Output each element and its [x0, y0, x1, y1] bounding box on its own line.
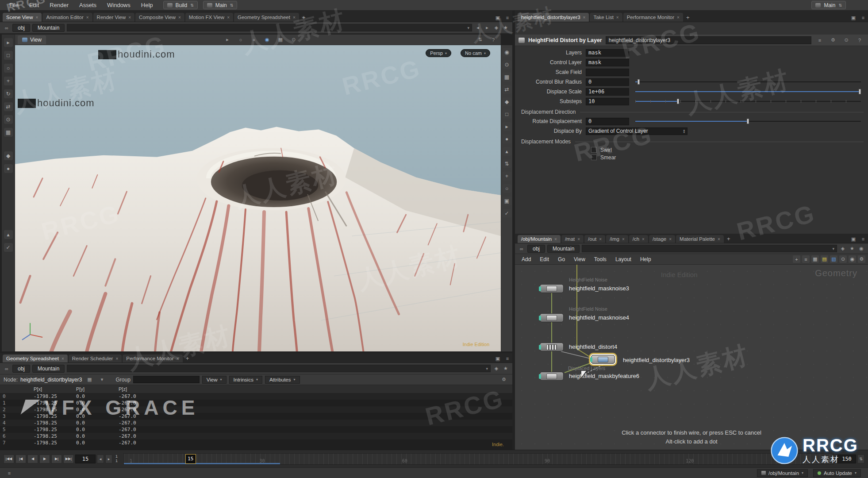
message-log-icon[interactable]: ≡: [5, 469, 13, 477]
close-icon[interactable]: ×: [616, 15, 619, 20]
section-displacement-direction[interactable]: Displacement Direction: [515, 108, 868, 116]
pane-maximize-icon[interactable]: ▣: [494, 355, 502, 362]
table-row[interactable]: 7-1798.250.0-267.0: [0, 439, 512, 446]
pane-menu-icon[interactable]: ≡: [503, 14, 511, 22]
table-row[interactable]: 4-1798.250.0-267.0: [0, 420, 512, 426]
key-tool-icon[interactable]: ●: [4, 164, 13, 173]
frame-dec-button[interactable]: ◂: [97, 455, 104, 463]
sliders-icon[interactable]: ≡: [816, 36, 824, 44]
tab-node-params[interactable]: heightfield_distortbylayer3×: [518, 13, 589, 22]
node-input-flag[interactable]: [539, 316, 541, 320]
control-blur-radius-slider[interactable]: [635, 78, 861, 85]
node-heightfield-masknoise4[interactable]: [540, 313, 564, 322]
wireframe-icon[interactable]: □: [503, 110, 511, 119]
shade-mode-icon[interactable]: ◆: [503, 97, 511, 106]
path-history-field[interactable]: ▾: [67, 365, 491, 372]
help-icon[interactable]: ?: [489, 36, 497, 44]
net-menu-layout[interactable]: Layout: [611, 255, 635, 263]
network-prefs-icon[interactable]: ⚙: [858, 255, 865, 263]
menu-file[interactable]: File: [4, 1, 23, 9]
network-canvas[interactable]: Geometry Indie Edition HeightField Noise…: [515, 265, 868, 450]
close-icon[interactable]: ×: [61, 356, 64, 361]
color-palette-icon[interactable]: ▧: [830, 255, 837, 263]
tab-motion-fx-view[interactable]: Motion FX View×: [185, 13, 233, 22]
net-menu-edit[interactable]: Edit: [536, 255, 553, 263]
frame-inc-button[interactable]: ▸: [105, 455, 112, 463]
pane-menu-icon[interactable]: ≡: [859, 235, 867, 243]
select-mode-icon[interactable]: ▸: [223, 36, 231, 44]
net-menu-add[interactable]: Add: [518, 255, 535, 263]
range-start-fields[interactable]: 11: [114, 455, 119, 463]
close-icon[interactable]: ×: [86, 15, 89, 20]
column-py[interactable]: P[y]: [73, 386, 116, 392]
help-icon[interactable]: ?: [856, 36, 864, 44]
bookmark-icon[interactable]: ★: [502, 24, 509, 31]
rotate-displacement-field[interactable]: 0: [586, 118, 629, 125]
close-icon[interactable]: ×: [178, 15, 181, 20]
pane-scroll-icon[interactable]: ⇅: [476, 36, 484, 44]
snapshot-icon[interactable]: ◉: [858, 245, 865, 252]
camera-dropdown[interactable]: No cam ▾: [461, 49, 490, 57]
find-node-icon[interactable]: ⊙: [839, 255, 847, 263]
path-node-chip[interactable]: Mountain: [32, 24, 65, 32]
substeps-field[interactable]: 10: [586, 98, 629, 105]
tab-scene-view[interactable]: Scene View×: [3, 13, 42, 22]
close-icon[interactable]: ×: [554, 237, 557, 242]
close-icon[interactable]: ×: [227, 15, 230, 20]
net-menu-tools[interactable]: Tools: [590, 255, 611, 263]
displace-by-dropdown[interactable]: Gradient of Control Layer ▴▾: [586, 127, 687, 135]
scene-viewport[interactable]: houdini.com houdini.com Persp ▾ No cam ▾…: [15, 45, 501, 351]
node-input-flag[interactable]: [590, 357, 592, 362]
tab-composite-view[interactable]: Composite View×: [135, 13, 184, 22]
camera-lock-icon[interactable]: ⊙: [503, 60, 511, 69]
pin-icon[interactable]: ◈: [839, 245, 846, 252]
add-node-icon[interactable]: +: [793, 255, 800, 263]
tab-geometry-spreadsheet[interactable]: Geometry Spreadsheet×: [234, 13, 299, 22]
normals-icon[interactable]: ▸: [503, 122, 511, 131]
tab-animation-editor[interactable]: Animation Editor×: [42, 13, 92, 22]
pose-tool-icon[interactable]: ◆: [4, 151, 13, 160]
pin-node-icon[interactable]: ▦: [85, 376, 93, 384]
view-layout-icon[interactable]: ◉: [503, 48, 511, 57]
pin-icon[interactable]: ◈: [493, 24, 500, 31]
secure-selection-icon[interactable]: ◉: [263, 36, 271, 44]
path-root-chip[interactable]: obj: [12, 365, 30, 373]
close-icon[interactable]: ×: [718, 237, 720, 242]
menu-windows[interactable]: Windows: [102, 1, 135, 9]
spreadsheet-node-name[interactable]: heightfield_distortbylayer3: [20, 377, 82, 383]
snap-tool-icon[interactable]: ▦: [4, 128, 13, 137]
tab-performance-monitor[interactable]: Performance Monitor×: [123, 355, 182, 362]
tab-render-view[interactable]: Render View×: [93, 13, 134, 22]
net-menu-go[interactable]: Go: [554, 255, 569, 263]
control-layer-field[interactable]: mask: [586, 59, 629, 66]
control-blur-radius-field[interactable]: 0: [586, 78, 629, 86]
view-tab[interactable]: View: [18, 35, 46, 44]
lasso-tool-icon[interactable]: ○: [4, 64, 13, 73]
menu-assets[interactable]: Assets: [74, 1, 101, 9]
close-icon[interactable]: ×: [115, 356, 118, 361]
range-stepper-icon[interactable]: ⇅: [857, 455, 864, 463]
close-icon[interactable]: ×: [36, 15, 38, 20]
node-label[interactable]: heightfield_masknoise3: [569, 285, 629, 292]
desktop-dropdown[interactable]: Main ⇅: [203, 1, 238, 9]
path-node-chip[interactable]: Mountain: [32, 365, 65, 373]
section-displacement-modes[interactable]: Displacement Modes: [515, 137, 868, 146]
mirror-icon[interactable]: ⇄: [503, 85, 511, 94]
close-icon[interactable]: ×: [583, 15, 586, 20]
displace-scale-field[interactable]: 1e+06: [586, 88, 629, 96]
close-icon[interactable]: ×: [622, 237, 625, 242]
search-icon[interactable]: ⊙: [842, 36, 850, 44]
next-frame-button[interactable]: ▶|: [51, 455, 62, 463]
add-mode-icon[interactable]: +: [250, 36, 258, 44]
intrinsics-dropdown[interactable]: Intrinsics ▾: [229, 376, 262, 384]
close-icon[interactable]: ×: [677, 15, 680, 20]
net-menu-view[interactable]: View: [570, 255, 589, 263]
path-root-chip[interactable]: obj: [527, 245, 545, 253]
column-px[interactable]: P[x]: [31, 386, 73, 392]
tab-render-scheduler[interactable]: Render Scheduler×: [69, 355, 122, 362]
jump-end-button[interactable]: ▶▶|: [63, 455, 74, 463]
pane-menu-icon[interactable]: ≡: [503, 355, 511, 362]
tab-take-list[interactable]: Take List×: [590, 13, 622, 22]
tab-mat[interactable]: /mat×: [561, 235, 584, 243]
menu-render[interactable]: Render: [45, 1, 73, 9]
